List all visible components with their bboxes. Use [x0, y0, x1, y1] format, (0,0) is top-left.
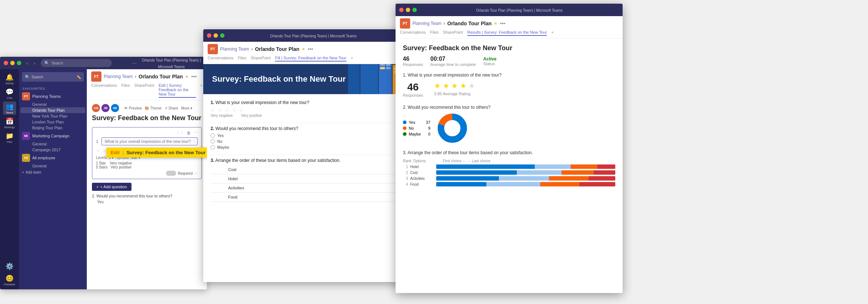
sidebar-item-apps[interactable]: ⚙️	[3, 260, 16, 273]
more-icon-1[interactable]: •••	[191, 74, 197, 79]
tab-fill-survey-2[interactable]: Fill | Survey: Feedback on the New Tour	[275, 56, 346, 62]
rank-results: Rank Options First choice ← → Last choic…	[403, 159, 615, 186]
q1-toolbar-grid[interactable]: ⋮⋮	[176, 130, 184, 135]
max-btn-2[interactable]	[220, 33, 225, 38]
add-team-btn[interactable]: + Add team	[19, 169, 87, 176]
close-btn-2[interactable]	[207, 33, 211, 38]
breadcrumb-team-3: Planning Team	[412, 21, 441, 26]
sidebar-item-files[interactable]: 📁 Files	[3, 131, 16, 144]
sidebar-item-meetings[interactable]: 📅 Meetings	[3, 116, 16, 129]
forward-btn-1[interactable]: ›	[31, 60, 37, 67]
teams-sidebar-1: 🔔 Activity 💬 Chat 👥 Teams 📅 Meetings 📁 F…	[0, 69, 19, 289]
breadcrumb-3: PT Planning Team › Orlando Tour Plan ★ •…	[400, 18, 618, 29]
fq-item-2: 2. Would you recommend this tour to othe…	[211, 126, 396, 149]
close-btn-1[interactable]	[4, 61, 8, 65]
allemployee-team-name: All employee	[32, 156, 55, 160]
fq-radio-no[interactable]: No	[211, 139, 396, 144]
add-question-btn[interactable]: + + Add question	[92, 183, 131, 191]
tab-add-1[interactable]: +	[200, 83, 203, 98]
tab-edit-survey-1[interactable]: Edit | Survey: Feedback on the New Tour	[159, 83, 196, 98]
apps-icon: ⚙️	[5, 262, 14, 270]
tab-sharepoint-2[interactable]: SharePoint	[251, 56, 271, 62]
teams-main-1: PT Planning Team › Orlando Tour Plan ★ •…	[87, 69, 207, 289]
breadcrumb-channel-3: Orlando Tour Plan	[447, 21, 492, 26]
nav-channel-general-pt[interactable]: General	[19, 101, 87, 107]
sidebar-item-feedback[interactable]: 😊 Feedback	[3, 273, 16, 286]
nav-channel-general-mc[interactable]: General	[19, 141, 87, 147]
nav-channel-campaign[interactable]: Campaign 2017	[19, 147, 87, 153]
nav-channel-beijing[interactable]: Beijing Tour Plan	[19, 125, 87, 131]
rank-row-food: Food	[211, 193, 396, 202]
planning-team-icon: PT	[22, 92, 30, 100]
nav-team-planning[interactable]: PT Planning Teams	[19, 91, 87, 101]
channel-tabs-3: Conversations Files SharePoint Results |…	[400, 30, 618, 36]
close-btn-3[interactable]	[399, 8, 404, 12]
meetings-label: Meetings	[4, 126, 15, 129]
star-icon-2[interactable]: ★	[301, 47, 305, 52]
legend-dot-yes	[403, 121, 407, 124]
channel-header-2: PT Planning Team › Orlando Tour Plan ★ •…	[203, 42, 403, 64]
tab-sharepoint-3[interactable]: SharePoint	[443, 30, 463, 36]
q1-number: 1.	[96, 139, 99, 144]
nav-channel-orlando[interactable]: Orlando Tour Plan	[21, 107, 85, 113]
tab-add-2[interactable]: +	[351, 56, 353, 62]
sidebar-item-teams[interactable]: 👥 Teams	[3, 101, 16, 115]
more-icon-3[interactable]: •••	[500, 21, 505, 26]
tab-conversations-3[interactable]: Conversations	[400, 30, 426, 36]
star-2: ★	[443, 82, 449, 90]
max-btn-3[interactable]	[412, 8, 417, 12]
q1-toolbar-trash[interactable]: 🗑	[187, 131, 191, 135]
rank-row-hotel-r: 1 Hotel	[403, 164, 615, 169]
channel-header-1: PT Planning Team › Orlando Tour Plan ★ •…	[87, 69, 207, 100]
nav-team-allemployee[interactable]: AE All employee	[19, 153, 87, 163]
required-toggle[interactable]	[166, 171, 176, 176]
min-btn-3[interactable]	[406, 8, 410, 12]
star-icon-1[interactable]: ★	[185, 74, 189, 79]
pt-icon-2: PT	[208, 44, 218, 54]
q1-toolbar-more[interactable]: ⋯	[194, 130, 198, 135]
star-5-empty: ★	[468, 82, 475, 90]
min-btn-2[interactable]	[214, 33, 218, 38]
results-section-2: 2. Would you recommend this tour to othe…	[403, 105, 615, 143]
fq-radio-yes[interactable]: Yes	[211, 133, 396, 138]
tab-conversations-2[interactable]: Conversations	[208, 56, 233, 62]
q1-input[interactable]	[101, 137, 198, 145]
more-icon-2[interactable]: •••	[308, 46, 313, 52]
rating-display: 46 Responses ★ ★ ★ ★ ★ 3.85 Average Rati…	[403, 81, 615, 97]
tab-conversations-1[interactable]: Conversations	[91, 83, 117, 98]
nav-search-1[interactable]: 🔍 Search ✏️	[22, 72, 84, 82]
max-btn-1[interactable]	[17, 61, 21, 65]
nav-arrows-1: ‹ ›	[24, 60, 38, 67]
tab-add-3[interactable]: +	[551, 30, 553, 36]
nav-channel-general-ae[interactable]: General	[19, 163, 87, 169]
banner-buildings	[348, 64, 403, 94]
q2-answer: Yes	[92, 200, 202, 204]
nav-channel-london[interactable]: London Tour Plan	[19, 119, 87, 125]
nav-channel-newyork[interactable]: New York Tour Plan	[19, 113, 87, 119]
marketing-team-name: Marketing Campaign	[32, 134, 70, 138]
pt-icon-1: PT	[91, 71, 101, 82]
sidebar-item-chat[interactable]: 💬 Chat	[3, 87, 16, 100]
fq-stars-1[interactable]: ☆ ☆ ☆ ☆ ☆	[211, 107, 396, 113]
star-icon-3[interactable]: ★	[494, 21, 498, 26]
tab-files-2[interactable]: Files	[238, 56, 246, 62]
window-1: ‹ › 🔍 Search ⋯ Orlando Tour Plan (Planni…	[0, 57, 207, 289]
win-actions-1: ⋯	[132, 61, 137, 66]
rank-header: Rank Options First choice ← → Last choic…	[403, 159, 615, 163]
min-btn-1[interactable]	[10, 61, 15, 65]
nav-team-marketing[interactable]: MI Marketing Campaign	[19, 131, 87, 141]
results-section-3: 3. Arrange the order of these tour items…	[403, 150, 615, 186]
fq-radio-maybe[interactable]: Maybe	[211, 145, 396, 149]
tab-sharepoint-1[interactable]: SharePoint	[134, 83, 154, 98]
q1-star-labels: 1 Star Very negative 5 Stars Very positi…	[96, 161, 198, 169]
channel-tabs-2: Conversations Files SharePoint Fill | Su…	[208, 56, 398, 62]
back-btn-1[interactable]: ‹	[24, 60, 30, 67]
tab-files-3[interactable]: Files	[430, 30, 438, 36]
top-search-1[interactable]: 🔍 Search	[41, 59, 112, 67]
pt-icon-3: PT	[400, 18, 410, 29]
tab-files-1[interactable]: Files	[121, 83, 130, 98]
q1-required-row: Required ⋯	[96, 171, 198, 176]
tab-results-survey-3[interactable]: Results | Survey: Feedback on the New To…	[467, 30, 547, 36]
sidebar-item-activity[interactable]: 🔔 Activity	[3, 72, 16, 85]
divider-2	[211, 155, 396, 155]
